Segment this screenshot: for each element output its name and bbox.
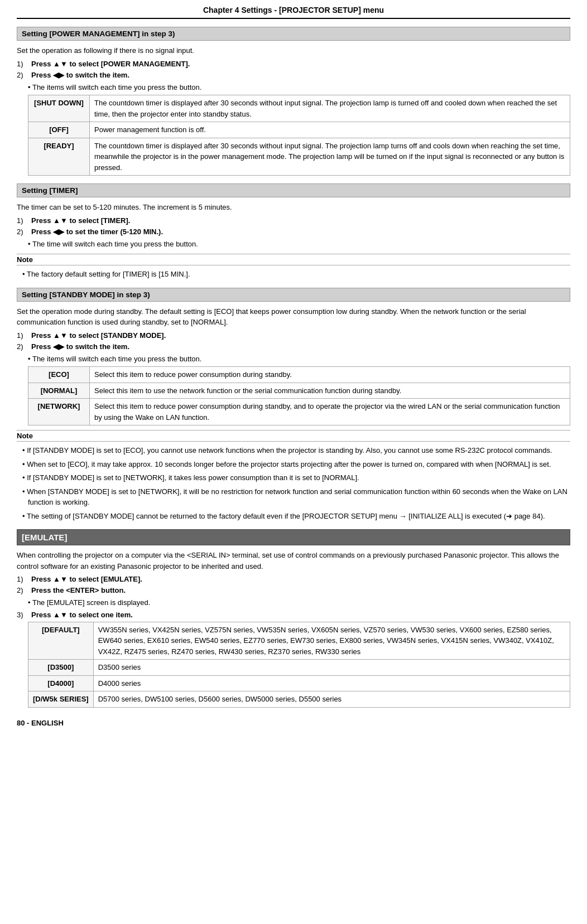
table-value: D4000 series [93,675,570,691]
power-management-table: [SHUT DOWN] The countdown timer is displ… [28,95,570,176]
power-management-intro: Set the operation as following if there … [17,45,570,56]
table-value: D3500 series [93,660,570,676]
emulate-step2: 2) Press the <ENTER> button. [17,586,570,594]
standby-mode-table: [ECO] Select this item to reduce power c… [28,366,570,425]
timer-intro: The timer can be set to 5-120 minutes. T… [17,202,570,213]
emulate-step3: 3) Press ▲▼ to select one item. [17,611,570,619]
table-key: [READY] [28,138,90,176]
table-key: [NORMAL] [28,383,90,399]
table-row: [D4000] D4000 series [28,675,570,691]
emulate-intro: When controlling the projector on a comp… [17,550,570,572]
emulate-table: [DEFAULT] VW355N series, VX425N series, … [28,622,570,708]
table-value: Select this item to use the network func… [90,383,570,399]
table-key: [ECO] [28,367,90,383]
table-value: D5700 series, DW5100 series, D5600 serie… [93,691,570,708]
standby-note-5: The setting of [STANDBY MODE] cannot be … [22,511,570,522]
standby-mode-section: Setting [STANDBY MODE] in step 3) Set th… [17,288,570,522]
emulate-bullet2: The [EMULATE] screen is displayed. [28,597,570,608]
standby-note-header: Note [17,430,570,442]
table-key: [OFF] [28,122,90,138]
standby-note-1: If [STANDBY MODE] is set to [ECO], you c… [22,445,570,456]
table-key: [D3500] [28,660,94,676]
table-value: The countdown timer is displayed after 3… [90,138,570,176]
table-value: Select this item to reduce power consump… [90,399,570,425]
table-row: [OFF] Power management function is off. [28,122,570,138]
standby-mode-step2: 2) Press ◀▶ to switch the item. [17,342,570,351]
standby-note-4: When [STANDBY MODE] is set to [NETWORK],… [22,486,570,508]
table-value: The countdown timer is displayed after 3… [90,95,570,122]
table-row: [ECO] Select this item to reduce power c… [28,367,570,383]
page-title: Chapter 4 Settings - [PROJECTOR SETUP] m… [17,6,570,19]
power-management-step2: 2) Press ◀▶ to switch the item. [17,71,570,79]
timer-step1: 1) Press ▲▼ to select [TIMER]. [17,216,570,225]
emulate-step1: 1) Press ▲▼ to select [EMULATE]. [17,575,570,583]
standby-mode-header: Setting [STANDBY MODE] in step 3) [17,288,570,302]
emulate-section: [EMULATE] When controlling the projector… [17,529,570,708]
table-key: [D4000] [28,675,94,691]
power-management-section: Setting [POWER MANAGEMENT] in step 3) Se… [17,27,570,176]
power-management-header: Setting [POWER MANAGEMENT] in step 3) [17,27,570,41]
table-row: [D/W5k SERIES] D5700 series, DW5100 seri… [28,691,570,708]
emulate-header: [EMULATE] [17,529,570,545]
table-row: [D3500] D3500 series [28,660,570,676]
table-key: [NETWORK] [28,399,90,425]
table-value: Power management function is off. [90,122,570,138]
power-management-bullet1: The items will switch each time you pres… [28,82,570,93]
timer-note1: The factory default setting for [TIMER] … [22,269,570,280]
page-footer: 80 - ENGLISH [17,719,570,727]
table-row: [SHUT DOWN] The countdown timer is displ… [28,95,570,122]
table-row: [NETWORK] Select this item to reduce pow… [28,399,570,425]
table-row: [READY] The countdown timer is displayed… [28,138,570,176]
table-row: [NORMAL] Select this item to use the net… [28,383,570,399]
table-value: Select this item to reduce power consump… [90,367,570,383]
timer-bullet1: The time will switch each time you press… [28,239,570,250]
table-value: VW355N series, VX425N series, VZ575N ser… [93,622,570,660]
timer-section: Setting [TIMER] The timer can be set to … [17,183,570,280]
standby-mode-intro: Set the operation mode during standby. T… [17,306,570,328]
timer-header: Setting [TIMER] [17,183,570,197]
table-key: [D/W5k SERIES] [28,691,94,708]
power-management-step1: 1) Press ▲▼ to select [POWER MANAGEMENT]… [17,60,570,68]
standby-mode-bullet1: The items will switch each time you pres… [28,354,570,365]
standby-mode-step1: 1) Press ▲▼ to select [STANDBY MODE]. [17,331,570,340]
standby-note-3: If [STANDBY MODE] is set to [NETWORK], i… [22,472,570,483]
table-key: [DEFAULT] [28,622,94,660]
table-key: [SHUT DOWN] [28,95,90,122]
timer-note-header: Note [17,254,570,265]
timer-step2: 2) Press ◀▶ to set the timer (5-120 MIN.… [17,228,570,236]
standby-note-2: When set to [ECO], it may take approx. 1… [22,459,570,470]
table-row: [DEFAULT] VW355N series, VX425N series, … [28,622,570,660]
